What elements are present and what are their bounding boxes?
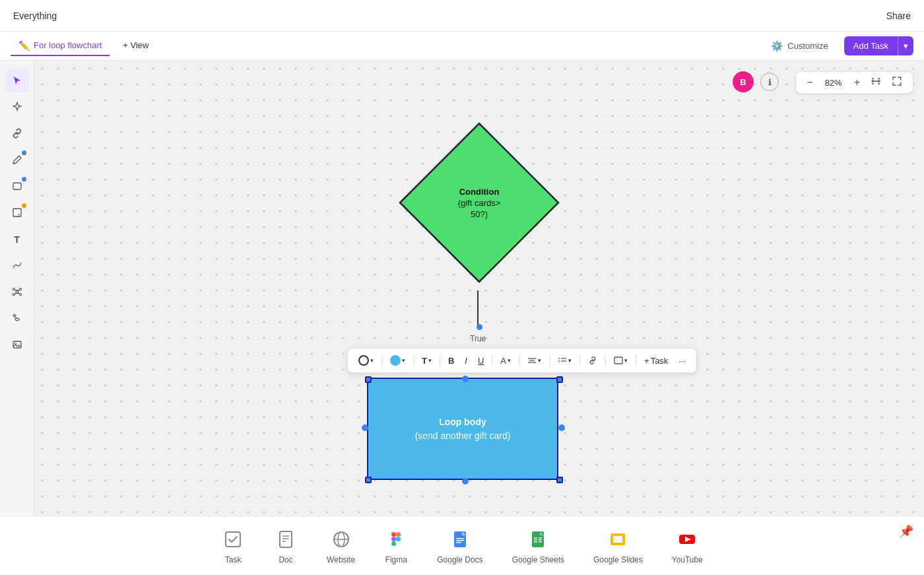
diamond-text-line3: 50?) bbox=[471, 209, 488, 219]
customize-label: Customize bbox=[787, 41, 828, 51]
fullscreen-button[interactable] bbox=[889, 76, 905, 89]
connector-endpoint-dot bbox=[477, 324, 482, 330]
shape-button[interactable]: ▾ bbox=[610, 353, 632, 368]
select-tool-button[interactable] bbox=[5, 69, 29, 92]
pin-button[interactable]: 📌 bbox=[899, 524, 913, 539]
dock-item-google-sheets[interactable]: Google Sheets bbox=[498, 521, 579, 571]
fit-width-button[interactable] bbox=[868, 76, 884, 89]
diamond-shape-container[interactable]: Condition (gift cards> 50?) bbox=[393, 117, 565, 291]
more-options-button[interactable]: ··· bbox=[675, 353, 690, 368]
text-size-button[interactable]: T ▾ bbox=[418, 353, 436, 368]
text-chevron-icon: ▾ bbox=[428, 357, 432, 364]
zoom-out-button[interactable]: − bbox=[804, 77, 815, 88]
box-text-line2: (send another gift card) bbox=[415, 430, 511, 441]
svg-rect-34 bbox=[391, 541, 396, 546]
doc-dock-label: Doc bbox=[279, 555, 292, 564]
handle-top-right[interactable] bbox=[556, 376, 563, 383]
task-dock-icon bbox=[221, 527, 245, 551]
link-format-button[interactable] bbox=[584, 353, 601, 368]
zoom-controls: − 82% + bbox=[795, 71, 913, 94]
text-tool-button[interactable]: T bbox=[5, 227, 29, 251]
font-color-button[interactable]: A ▾ bbox=[496, 353, 515, 368]
info-button[interactable]: ℹ bbox=[760, 73, 779, 91]
svg-line-7 bbox=[15, 290, 17, 290]
add-view-label: + View bbox=[123, 40, 148, 50]
svg-rect-37 bbox=[456, 538, 464, 539]
svg-rect-0 bbox=[13, 183, 21, 189]
svg-rect-23 bbox=[226, 532, 240, 547]
dock-item-youtube[interactable]: YouTube bbox=[657, 521, 717, 571]
svg-rect-39 bbox=[456, 542, 461, 543]
fill-color-button[interactable]: ▾ bbox=[386, 353, 409, 368]
handle-bottom-right[interactable] bbox=[556, 477, 563, 483]
svg-rect-46 bbox=[539, 541, 542, 543]
dock-item-doc[interactable]: Doc bbox=[259, 521, 312, 571]
true-label: True bbox=[470, 334, 486, 343]
link-tool-button[interactable] bbox=[5, 121, 29, 145]
figma-dock-icon bbox=[384, 527, 408, 551]
magic-tool-button[interactable] bbox=[5, 95, 29, 119]
draw-tool-button[interactable] bbox=[5, 254, 29, 277]
box-text-line1: Loop body bbox=[439, 417, 486, 427]
pen-tool-button[interactable] bbox=[5, 148, 29, 172]
fill-chevron-icon: ▾ bbox=[402, 357, 405, 364]
task-dock-label: Task bbox=[225, 555, 242, 564]
add-task-button[interactable]: Add Task ▾ bbox=[844, 36, 913, 55]
toolbar-separator-9 bbox=[636, 355, 636, 366]
selected-box[interactable]: Loop body (send another gift card) bbox=[367, 378, 558, 480]
customize-button[interactable]: ⚙️ Customize bbox=[763, 36, 836, 56]
handle-mid-left[interactable] bbox=[362, 424, 368, 431]
handle-top-left[interactable] bbox=[365, 376, 372, 383]
outline-style-button[interactable]: ▾ bbox=[354, 353, 378, 368]
flow-tool-button[interactable] bbox=[5, 306, 29, 330]
tab-label: For loop flowchart bbox=[34, 40, 102, 50]
active-tab[interactable]: ✏️ For loop flowchart bbox=[11, 36, 110, 56]
dock-item-task[interactable]: Task bbox=[207, 521, 259, 571]
underline-button[interactable]: U bbox=[474, 353, 488, 368]
google-docs-dock-icon bbox=[448, 527, 472, 551]
dock-item-google-docs[interactable]: Google Docs bbox=[422, 521, 497, 571]
italic-button[interactable]: I bbox=[461, 353, 471, 368]
note-tool-button[interactable] bbox=[5, 201, 29, 224]
figma-dock-label: Figma bbox=[385, 555, 407, 564]
canvas-top-right: B ℹ bbox=[733, 71, 779, 92]
list-button[interactable]: ▾ bbox=[554, 353, 576, 368]
website-dock-icon bbox=[329, 527, 353, 551]
handle-bottom-left[interactable] bbox=[365, 477, 372, 483]
rect-tool-button[interactable] bbox=[5, 174, 29, 198]
toolbar-separator-2 bbox=[413, 355, 414, 366]
dock-item-figma[interactable]: Figma bbox=[370, 521, 422, 571]
pen-tool-dot bbox=[22, 151, 26, 155]
add-task-format-button[interactable]: + Task bbox=[640, 353, 672, 368]
bold-button[interactable]: B bbox=[444, 353, 458, 368]
add-task-dropdown-icon[interactable]: ▾ bbox=[898, 36, 913, 55]
svg-rect-33 bbox=[391, 537, 396, 541]
handle-mid-bottom[interactable] bbox=[462, 478, 469, 485]
canvas-area[interactable]: B ℹ − 82% + Condition (gift cards> 50?) bbox=[34, 61, 924, 516]
add-view-tab[interactable]: + View bbox=[115, 36, 156, 55]
svg-rect-1 bbox=[13, 209, 21, 217]
svg-rect-43 bbox=[534, 541, 537, 543]
handle-mid-top[interactable] bbox=[462, 376, 469, 382]
svg-point-20 bbox=[558, 360, 560, 362]
svg-rect-22 bbox=[614, 357, 622, 364]
svg-point-2 bbox=[16, 290, 18, 293]
svg-rect-45 bbox=[539, 539, 542, 541]
network-tool-button[interactable] bbox=[5, 280, 29, 304]
avatar[interactable]: B bbox=[733, 71, 754, 92]
svg-rect-48 bbox=[613, 536, 622, 543]
google-sheets-dock-icon bbox=[526, 527, 550, 551]
main-area: T B ℹ − 82% + bbox=[0, 61, 924, 516]
toolbar-separator-4 bbox=[492, 355, 492, 366]
handle-mid-right[interactable] bbox=[558, 424, 565, 431]
align-button[interactable]: ▾ bbox=[523, 353, 545, 368]
app-title: Everything bbox=[13, 11, 57, 21]
add-task-label[interactable]: Add Task bbox=[844, 36, 898, 55]
zoom-in-button[interactable]: + bbox=[851, 77, 863, 88]
share-button[interactable]: Share bbox=[886, 11, 911, 21]
dock-item-google-slides[interactable]: Google Slides bbox=[579, 521, 657, 571]
image-tool-button[interactable] bbox=[5, 333, 29, 356]
dock-item-website[interactable]: Website bbox=[312, 521, 370, 571]
toolbar-separator-5 bbox=[519, 355, 519, 366]
plus-icon: + bbox=[644, 356, 649, 366]
